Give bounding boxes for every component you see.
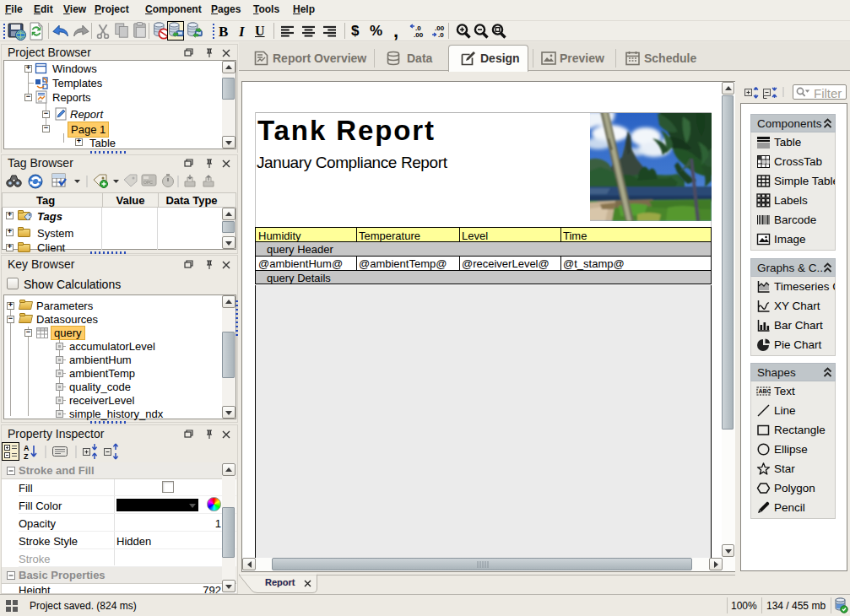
svg-text:Z: Z <box>24 452 29 461</box>
svg-text:A: A <box>24 444 30 452</box>
svg-text:.0: .0 <box>438 31 444 38</box>
svg-text:ABC: ABC <box>758 388 771 394</box>
svg-text:.00: .00 <box>414 31 424 38</box>
svg-text:OPC: OPC <box>143 180 153 185</box>
